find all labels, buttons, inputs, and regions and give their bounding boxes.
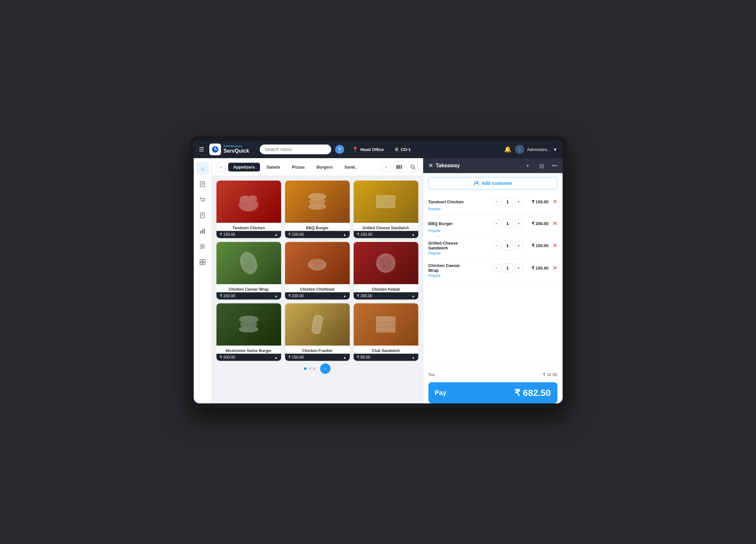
svg-rect-24 — [203, 263, 205, 265]
remove-item-btn[interactable]: ✕ — [553, 242, 557, 249]
cart-items: Tandoori Chicken − + ₹ 150.00 ✕ Regular — [423, 193, 563, 365]
qty-decrease-btn[interactable]: − — [493, 220, 501, 227]
menu-item-chicken-kebab[interactable]: Chicken Kebab ₹ 200.00 ▲ — [354, 242, 418, 299]
item-price: ₹ 150.00 — [525, 200, 549, 204]
svg-point-38 — [240, 202, 245, 207]
svg-point-40 — [308, 193, 326, 201]
menu-item-price: ₹ 200.00 ▲ — [216, 354, 281, 361]
menu-item-bbq-burger[interactable]: BBQ Burger ₹ 200.00 ▲ — [285, 181, 350, 238]
menu-item-price: ₹ 150.00 ▲ — [216, 292, 281, 299]
sidebar-item-cart[interactable] — [196, 193, 209, 206]
item-price: ₹ 200.00 — [525, 221, 549, 226]
help-icon[interactable]: ? — [335, 145, 344, 154]
bell-icon[interactable]: 🔔 — [504, 146, 511, 153]
pagination-next-btn[interactable]: › — [320, 363, 331, 374]
qty-input[interactable] — [502, 219, 513, 228]
pay-btn[interactable]: Pay ₹ 682.50 — [428, 382, 557, 403]
remove-item-btn[interactable]: ✕ — [553, 220, 557, 227]
qty-input[interactable] — [502, 264, 513, 272]
price-value: ₹ 150.00 — [220, 293, 235, 298]
remove-item-btn[interactable]: ✕ — [553, 265, 557, 272]
menu-item-chicken-caesar-wrap[interactable]: Chicken Caesar Wrap ₹ 150.00 ▲ — [216, 242, 281, 299]
price-arrow-icon: ▲ — [275, 294, 278, 298]
qty-increase-btn[interactable]: + — [515, 242, 523, 250]
cart-panel: ✕ Takeaway ▾ ▤ ••• Add cus — [423, 158, 563, 403]
user-area[interactable]: 👤 Administra... ▼ — [515, 145, 557, 154]
price-value: ₹ 150.00 — [220, 232, 235, 237]
category-next-btn[interactable]: › — [382, 162, 391, 172]
price-arrow-icon: ▲ — [275, 233, 278, 237]
device-frame: ☰ GOFRUGAL ServQuick ? 📍 Hea — [189, 136, 567, 408]
qty-increase-btn[interactable]: + — [515, 198, 523, 206]
sidebar-item-receipt[interactable] — [196, 209, 209, 222]
qty-decrease-btn[interactable]: − — [493, 198, 501, 206]
menu-item-club-sandwich[interactable]: Club Sandwich ₹ 90.00 ▲ — [354, 303, 418, 361]
user-name: Administra... — [527, 147, 550, 152]
tab-sandwiches[interactable]: Sand.. — [339, 163, 362, 172]
price-value: ₹ 200.00 — [220, 355, 235, 359]
qty-increase-btn[interactable]: + — [515, 264, 523, 272]
tab-pizzas[interactable]: Pizzas — [287, 163, 310, 172]
cart-barcode-icon[interactable]: ▤ — [539, 163, 544, 169]
qty-control: − + — [493, 241, 523, 250]
cart-item-name: BBQ Burger — [428, 221, 490, 226]
sidebar-item-reports[interactable] — [196, 225, 209, 238]
user-dropdown-icon: ▼ — [553, 147, 557, 152]
qty-increase-btn[interactable]: + — [515, 220, 523, 227]
barcode-scan-btn[interactable] — [394, 162, 405, 173]
pagination-dot-2[interactable] — [308, 367, 311, 370]
item-label-section: Tandoori Chicken ₹ 150.00 ▲ — [216, 223, 281, 238]
search-input[interactable] — [260, 145, 331, 154]
qty-decrease-btn[interactable]: − — [493, 242, 501, 250]
svg-rect-41 — [309, 200, 325, 203]
price-arrow-icon: ▲ — [343, 356, 346, 359]
terminal-id: CO-1 — [401, 147, 411, 152]
menu-item-name: BBQ Burger — [285, 224, 350, 231]
menu-item-mushroom-swiss[interactable]: Mushroom Swiss Burger ₹ 200.00 ▲ — [216, 303, 281, 361]
qty-input[interactable] — [502, 241, 513, 250]
qty-decrease-btn[interactable]: − — [493, 264, 501, 272]
tab-burgers[interactable]: Burgers — [311, 163, 338, 172]
qty-control: − + — [493, 219, 523, 228]
sidebar-item-tables[interactable] — [196, 256, 209, 269]
menu-grid-container: Tandoori Chicken ₹ 150.00 ▲ — [212, 176, 423, 403]
remove-item-btn[interactable]: ✕ — [553, 198, 557, 205]
svg-point-56 — [387, 260, 391, 263]
svg-point-61 — [239, 326, 258, 332]
add-customer-btn[interactable]: Add customer — [428, 177, 557, 189]
category-prev-btn[interactable]: ‹ — [216, 162, 226, 172]
brand-name: GOFRUGAL — [224, 145, 249, 148]
svg-point-1 — [215, 149, 216, 150]
menu-item-image — [354, 242, 418, 284]
nav-right-icons — [394, 162, 418, 173]
cart-dropdown-icon[interactable]: ▾ — [527, 163, 529, 168]
hamburger-icon[interactable]: ☰ — [199, 146, 204, 153]
cart-item-name: Chicken CaesarWrap — [428, 263, 490, 273]
cart-close-btn[interactable]: ✕ — [428, 162, 433, 169]
svg-rect-8 — [201, 213, 204, 218]
sidebar-item-orders[interactable] — [196, 178, 209, 191]
sidebar-item-home[interactable]: ⌂ — [196, 162, 209, 175]
menu-item-tandoori-chicken[interactable]: Tandoori Chicken ₹ 150.00 ▲ — [216, 181, 281, 238]
sidebar-item-settings[interactable] — [196, 240, 209, 253]
menu-item-chicken-chettinad[interactable]: Chicken Chettinad ₹ 200.00 ▲ — [285, 242, 350, 299]
menu-item-chicken-frankie[interactable]: Chicken Frankie ₹ 150.00 ▲ — [285, 303, 350, 361]
menu-item-grilled-cheese[interactable]: Grilled Cheese Sandwich ₹ 150.00 ▲ — [354, 181, 418, 238]
tab-appetizers[interactable]: Appetizers — [228, 163, 260, 172]
svg-point-18 — [201, 244, 202, 246]
svg-rect-66 — [376, 326, 396, 328]
cart-more-icon[interactable]: ••• — [552, 163, 557, 169]
tab-salads[interactable]: Salads — [261, 163, 285, 172]
menu-item-price: ₹ 200.00 ▲ — [285, 292, 350, 299]
main-area: ⌂ — [194, 158, 563, 403]
qty-input[interactable] — [502, 197, 513, 206]
menu-item-image — [285, 303, 350, 345]
cart-item-caesar: Chicken CaesarWrap − + ₹ 150.00 ✕ Regula… — [428, 259, 557, 281]
price-value: ₹ 200.00 — [288, 293, 304, 298]
item-label-section: Chicken Chettinad ₹ 200.00 ▲ — [285, 284, 350, 299]
pagination-dot-1[interactable] — [304, 367, 306, 370]
pagination-dot-3[interactable] — [313, 367, 316, 370]
menu-item-name: Tandoori Chicken — [216, 224, 281, 231]
search-btn[interactable] — [407, 162, 418, 173]
user-avatar: 👤 — [515, 145, 524, 154]
